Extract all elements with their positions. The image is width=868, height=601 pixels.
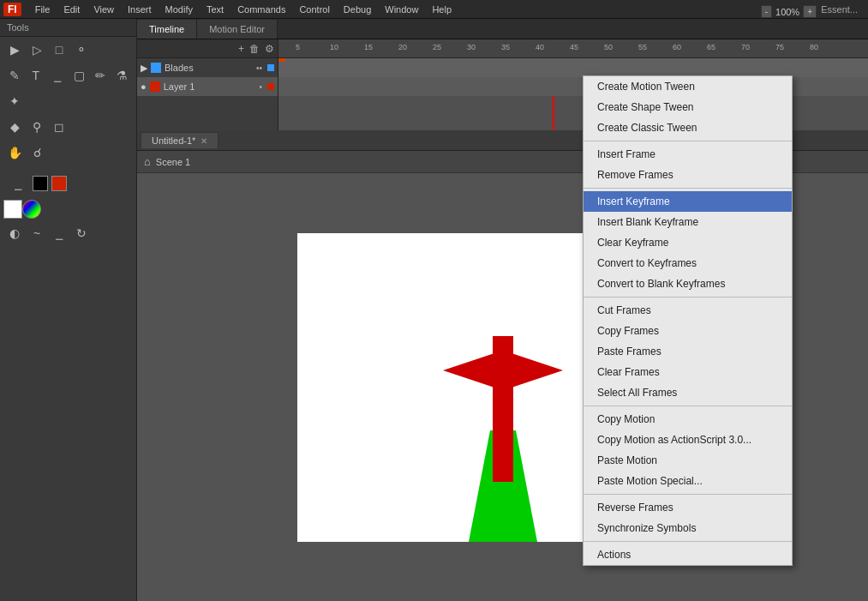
ctx-separator-after-2 [584, 141, 792, 141]
ruler-mark-55: 55 [638, 43, 647, 51]
ctx-item-8[interactable]: Convert to Keyframes [584, 253, 792, 273]
breadcrumb-scene[interactable]: Scene 1 [156, 157, 190, 167]
svg-marker-3 [512, 353, 563, 388]
layer-blades-icon: ▶ [141, 63, 147, 74]
delete-layer-btn[interactable]: 🗑 [249, 43, 260, 55]
ruler-mark-70: 70 [741, 43, 750, 51]
eyedropper-tool[interactable]: ⚲ [26, 116, 48, 138]
subselect-tool[interactable]: ▷ [26, 39, 48, 61]
ctx-separator-after-14 [584, 406, 792, 406]
ctx-item-18[interactable]: Paste Motion Special... [584, 471, 792, 491]
rainbow-color-btn[interactable] [22, 200, 41, 219]
ctx-item-13[interactable]: Clear Frames [584, 362, 792, 382]
ruler-mark-75: 75 [775, 43, 784, 51]
ruler-mark-50: 50 [604, 43, 613, 51]
ctx-item-1[interactable]: Create Shape Tween [584, 97, 792, 117]
ctx-item-19[interactable]: Reverse Frames [584, 497, 792, 518]
ctx-item-16[interactable]: Copy Motion as ActionScript 3.0... [584, 430, 792, 450]
ctx-separator-after-4 [584, 188, 792, 189]
canvas-tab-untitled[interactable]: Untitled-1* ✕ [141, 132, 218, 148]
lasso-tool[interactable]: ⚬ [70, 39, 93, 61]
ruler-mark-45: 45 [570, 43, 578, 51]
tool-row-3: ✦ [0, 88, 136, 114]
ctx-item-7[interactable]: Clear Keyframe [584, 232, 792, 253]
pen-tool[interactable]: ✎ [3, 64, 25, 87]
select-tool[interactable]: ▶ [3, 39, 26, 61]
line-tool[interactable]: ⎯ [46, 64, 68, 87]
canvas-tab-label: Untitled-1* [152, 135, 195, 146]
ctx-item-2[interactable]: Create Classic Tween [584, 117, 792, 138]
eraser-tool[interactable]: ◻ [48, 116, 70, 138]
tool-row-5: ✋ ☌ [0, 140, 136, 165]
ctx-item-4[interactable]: Remove Frames [584, 165, 792, 185]
tab-motion-editor[interactable]: Motion Editor [197, 20, 278, 39]
hand-tool[interactable]: ✋ [3, 141, 26, 164]
paint-bucket-tool[interactable]: ◆ [3, 116, 26, 138]
ruler-mark-15: 15 [364, 43, 373, 51]
add-layer-btn[interactable]: + [238, 43, 244, 55]
brush-tool[interactable]: ⚗ [111, 64, 133, 87]
menu-text[interactable]: Text [200, 3, 230, 16]
menu-modify[interactable]: Modify [159, 3, 200, 16]
snap-to-objects-btn[interactable]: ◐ [3, 222, 26, 244]
menu-bar: Fl File Edit View Insert Modify Text Com… [0, 0, 868, 19]
rotate-btn[interactable]: ↻ [70, 222, 93, 244]
ctx-item-10[interactable]: Cut Frames [584, 300, 792, 321]
ctx-item-20[interactable]: Synchronize Symbols [584, 518, 792, 538]
ctx-item-6[interactable]: Insert Blank Keyframe [584, 212, 792, 232]
ctx-item-15[interactable]: Copy Motion [584, 409, 792, 430]
layer-1-label: Layer 1 [164, 81, 195, 92]
pencil-tool[interactable]: ✏ [90, 64, 111, 87]
ctx-item-0[interactable]: Create Motion Tween [584, 76, 792, 97]
menu-view[interactable]: View [87, 3, 121, 16]
ctx-item-17[interactable]: Paste Motion [584, 450, 792, 471]
layer-blades-row[interactable]: ▶ Blades •• [137, 58, 278, 77]
bone-tool[interactable]: ✦ [3, 90, 26, 112]
free-transform-tool[interactable]: □ [48, 39, 70, 61]
menu-window[interactable]: Window [378, 3, 425, 16]
ctx-item-12[interactable]: Paste Frames [584, 341, 792, 362]
text-tool[interactable]: T [25, 64, 46, 87]
toolbar: Tools ▶ ▷ □ ⚬ ✎ T ⎯ ▢ ✏ ⚗ ✦ ◆ ⚲ ◻ ✋ ☌ ⎯ [0, 19, 137, 601]
white-color-btn[interactable] [3, 200, 22, 219]
menu-edit[interactable]: Edit [57, 3, 87, 16]
zoom-out-btn[interactable]: - [761, 5, 772, 18]
rect-tool[interactable]: ▢ [69, 64, 90, 87]
color-row: ⎯ [0, 169, 136, 198]
tool-row-options [0, 198, 136, 220]
ctx-item-5[interactable]: Insert Keyframe [584, 191, 792, 212]
ctx-item-11[interactable]: Copy Frames [584, 321, 792, 341]
menu-help[interactable]: Help [425, 3, 458, 16]
zoom-in-btn[interactable]: + [803, 5, 817, 18]
menu-insert[interactable]: Insert [121, 3, 159, 16]
stroke-color-icon: ⎯ [7, 172, 29, 195]
app-logo: Fl [3, 3, 21, 16]
fill-color-swatch[interactable] [51, 176, 67, 191]
svg-marker-2 [443, 353, 494, 388]
ctx-separator-after-20 [584, 541, 792, 542]
straighten-btn[interactable]: ⎯ [48, 222, 70, 244]
ctx-item-9[interactable]: Convert to Blank Keyframes [584, 273, 792, 294]
menu-debug[interactable]: Debug [337, 3, 378, 16]
stroke-color-swatch[interactable] [33, 176, 48, 191]
tab-timeline[interactable]: Timeline [137, 20, 197, 39]
menu-commands[interactable]: Commands [230, 3, 292, 16]
layer-1-color [150, 81, 160, 92]
layer-settings-btn[interactable]: ⚙ [265, 43, 274, 55]
ruler-mark-20: 20 [398, 43, 407, 51]
zoom-tool[interactable]: ☌ [26, 141, 48, 164]
ctx-separator-after-18 [584, 494, 792, 495]
ctx-item-3[interactable]: Insert Frame [584, 144, 792, 165]
ctx-item-14[interactable]: Select All Frames [584, 382, 792, 403]
ruler-mark-80: 80 [810, 43, 818, 51]
canvas-tab-close[interactable]: ✕ [201, 136, 207, 146]
tool-row-4: ◆ ⚲ ◻ [0, 114, 136, 140]
layer-1-row[interactable]: ● Layer 1 • [137, 77, 278, 96]
tools-label: Tools [0, 19, 136, 37]
smooth-btn[interactable]: ~ [26, 222, 48, 244]
menu-file[interactable]: File [28, 3, 57, 16]
ctx-separator-after-9 [584, 297, 792, 297]
layer-1-keyframe [267, 83, 274, 90]
ctx-item-21[interactable]: Actions [584, 544, 792, 565]
menu-control[interactable]: Control [292, 3, 336, 16]
